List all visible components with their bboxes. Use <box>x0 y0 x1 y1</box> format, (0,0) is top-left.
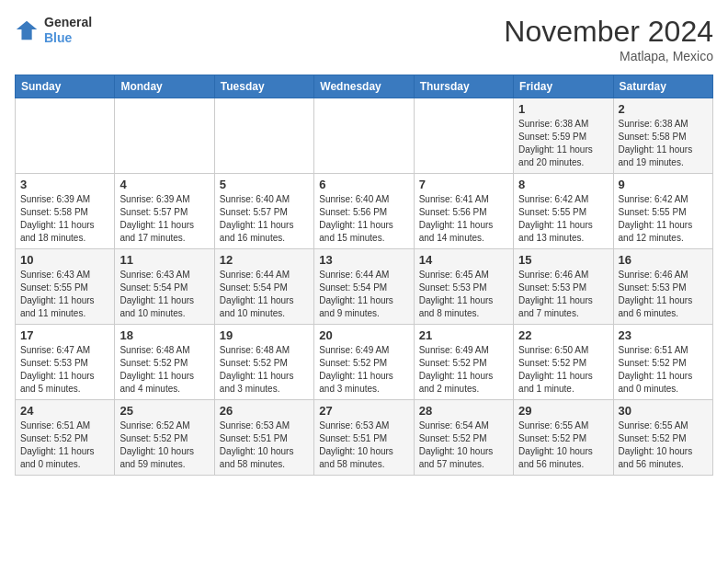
day-cell: 30Sunrise: 6:55 AM Sunset: 5:52 PM Dayli… <box>613 400 712 476</box>
day-number: 4 <box>119 178 209 191</box>
day-number: 6 <box>319 178 408 191</box>
day-info: Sunrise: 6:51 AM Sunset: 5:52 PM Dayligh… <box>619 344 708 396</box>
day-number: 16 <box>619 253 708 267</box>
day-number: 21 <box>419 328 508 342</box>
day-info: Sunrise: 6:53 AM Sunset: 5:51 PM Dayligh… <box>220 419 309 471</box>
day-cell: 19Sunrise: 6:48 AM Sunset: 5:52 PM Dayli… <box>214 325 313 400</box>
day-cell: 26Sunrise: 6:53 AM Sunset: 5:51 PM Dayli… <box>214 400 313 476</box>
day-cell <box>214 98 313 174</box>
day-number: 7 <box>419 178 508 191</box>
day-info: Sunrise: 6:48 AM Sunset: 5:52 PM Dayligh… <box>220 344 309 396</box>
day-cell: 12Sunrise: 6:44 AM Sunset: 5:54 PM Dayli… <box>214 249 313 325</box>
day-number: 19 <box>220 328 309 342</box>
header-day-thursday: Thursday <box>414 75 513 98</box>
logo-text: General Blue <box>44 15 92 46</box>
header-day-wednesday: Wednesday <box>314 75 414 98</box>
svg-marker-0 <box>17 21 37 40</box>
day-info: Sunrise: 6:42 AM Sunset: 5:55 PM Dayligh… <box>619 193 708 245</box>
day-info: Sunrise: 6:39 AM Sunset: 5:58 PM Dayligh… <box>20 193 109 245</box>
day-info: Sunrise: 6:53 AM Sunset: 5:51 PM Dayligh… <box>319 419 408 471</box>
header-day-saturday: Saturday <box>613 75 712 98</box>
week-row-3: 10Sunrise: 6:43 AM Sunset: 5:55 PM Dayli… <box>16 249 713 325</box>
day-info: Sunrise: 6:49 AM Sunset: 5:52 PM Dayligh… <box>419 344 508 396</box>
month-title: November 2024 <box>504 15 713 49</box>
day-info: Sunrise: 6:52 AM Sunset: 5:52 PM Dayligh… <box>119 419 209 471</box>
header-day-monday: Monday <box>115 75 214 98</box>
day-cell: 22Sunrise: 6:50 AM Sunset: 5:52 PM Dayli… <box>514 325 613 400</box>
day-number: 14 <box>419 253 508 267</box>
day-info: Sunrise: 6:44 AM Sunset: 5:54 PM Dayligh… <box>319 269 408 320</box>
day-number: 23 <box>619 328 708 342</box>
day-info: Sunrise: 6:43 AM Sunset: 5:54 PM Dayligh… <box>119 269 209 320</box>
day-info: Sunrise: 6:38 AM Sunset: 5:58 PM Dayligh… <box>619 118 708 169</box>
location: Matlapa, Mexico <box>504 49 713 63</box>
day-number: 20 <box>319 328 408 342</box>
logo: General Blue <box>15 15 92 46</box>
day-number: 1 <box>518 102 608 116</box>
logo-icon <box>15 17 40 43</box>
day-number: 24 <box>20 404 109 418</box>
day-number: 18 <box>119 328 209 342</box>
day-info: Sunrise: 6:42 AM Sunset: 5:55 PM Dayligh… <box>518 193 608 245</box>
day-info: Sunrise: 6:44 AM Sunset: 5:54 PM Dayligh… <box>220 269 309 320</box>
week-row-4: 17Sunrise: 6:47 AM Sunset: 5:53 PM Dayli… <box>16 325 713 400</box>
day-info: Sunrise: 6:40 AM Sunset: 5:57 PM Dayligh… <box>220 193 309 245</box>
day-cell: 18Sunrise: 6:48 AM Sunset: 5:52 PM Dayli… <box>115 325 214 400</box>
day-info: Sunrise: 6:51 AM Sunset: 5:52 PM Dayligh… <box>20 419 109 471</box>
day-number: 12 <box>220 253 309 267</box>
calendar-header: SundayMondayTuesdayWednesdayThursdayFrid… <box>16 75 713 98</box>
day-number: 30 <box>619 404 708 418</box>
day-cell <box>16 98 115 174</box>
day-cell: 14Sunrise: 6:45 AM Sunset: 5:53 PM Dayli… <box>414 249 513 325</box>
title-block: November 2024 Matlapa, Mexico <box>504 15 713 63</box>
day-cell: 3Sunrise: 6:39 AM Sunset: 5:58 PM Daylig… <box>16 174 115 249</box>
day-info: Sunrise: 6:43 AM Sunset: 5:55 PM Dayligh… <box>20 269 109 320</box>
day-cell: 25Sunrise: 6:52 AM Sunset: 5:52 PM Dayli… <box>115 400 214 476</box>
day-cell: 17Sunrise: 6:47 AM Sunset: 5:53 PM Dayli… <box>16 325 115 400</box>
header-row: SundayMondayTuesdayWednesdayThursdayFrid… <box>16 75 713 98</box>
day-cell: 15Sunrise: 6:46 AM Sunset: 5:53 PM Dayli… <box>514 249 613 325</box>
day-number: 26 <box>220 404 309 418</box>
day-cell: 20Sunrise: 6:49 AM Sunset: 5:52 PM Dayli… <box>314 325 414 400</box>
day-info: Sunrise: 6:48 AM Sunset: 5:52 PM Dayligh… <box>119 344 209 396</box>
day-number: 25 <box>119 404 209 418</box>
day-cell: 6Sunrise: 6:40 AM Sunset: 5:56 PM Daylig… <box>314 174 414 249</box>
header-day-sunday: Sunday <box>16 75 115 98</box>
day-cell: 16Sunrise: 6:46 AM Sunset: 5:53 PM Dayli… <box>613 249 712 325</box>
day-cell: 21Sunrise: 6:49 AM Sunset: 5:52 PM Dayli… <box>414 325 513 400</box>
day-number: 29 <box>518 404 608 418</box>
day-cell: 5Sunrise: 6:40 AM Sunset: 5:57 PM Daylig… <box>214 174 313 249</box>
day-info: Sunrise: 6:50 AM Sunset: 5:52 PM Dayligh… <box>518 344 608 396</box>
day-cell: 27Sunrise: 6:53 AM Sunset: 5:51 PM Dayli… <box>314 400 414 476</box>
day-number: 3 <box>20 178 109 191</box>
day-number: 10 <box>20 253 109 267</box>
day-cell: 8Sunrise: 6:42 AM Sunset: 5:55 PM Daylig… <box>514 174 613 249</box>
week-row-1: 1Sunrise: 6:38 AM Sunset: 5:59 PM Daylig… <box>16 98 713 174</box>
day-info: Sunrise: 6:54 AM Sunset: 5:52 PM Dayligh… <box>419 419 508 471</box>
day-cell: 7Sunrise: 6:41 AM Sunset: 5:56 PM Daylig… <box>414 174 513 249</box>
header-day-friday: Friday <box>514 75 613 98</box>
day-info: Sunrise: 6:55 AM Sunset: 5:52 PM Dayligh… <box>619 419 708 471</box>
day-number: 28 <box>419 404 508 418</box>
day-number: 22 <box>518 328 608 342</box>
day-info: Sunrise: 6:41 AM Sunset: 5:56 PM Dayligh… <box>419 193 508 245</box>
day-number: 11 <box>119 253 209 267</box>
page-header: General Blue November 2024 Matlapa, Mexi… <box>15 15 713 63</box>
day-cell <box>115 98 214 174</box>
day-cell: 10Sunrise: 6:43 AM Sunset: 5:55 PM Dayli… <box>16 249 115 325</box>
day-cell: 28Sunrise: 6:54 AM Sunset: 5:52 PM Dayli… <box>414 400 513 476</box>
day-cell: 11Sunrise: 6:43 AM Sunset: 5:54 PM Dayli… <box>115 249 214 325</box>
calendar-table: SundayMondayTuesdayWednesdayThursdayFrid… <box>15 75 713 476</box>
day-number: 27 <box>319 404 408 418</box>
day-info: Sunrise: 6:46 AM Sunset: 5:53 PM Dayligh… <box>619 269 708 320</box>
day-info: Sunrise: 6:46 AM Sunset: 5:53 PM Dayligh… <box>518 269 608 320</box>
day-cell: 1Sunrise: 6:38 AM Sunset: 5:59 PM Daylig… <box>514 98 613 174</box>
day-number: 15 <box>518 253 608 267</box>
header-day-tuesday: Tuesday <box>214 75 313 98</box>
day-number: 17 <box>20 328 109 342</box>
day-info: Sunrise: 6:40 AM Sunset: 5:56 PM Dayligh… <box>319 193 408 245</box>
day-number: 2 <box>619 102 708 116</box>
day-number: 9 <box>619 178 708 191</box>
day-cell: 4Sunrise: 6:39 AM Sunset: 5:57 PM Daylig… <box>115 174 214 249</box>
week-row-5: 24Sunrise: 6:51 AM Sunset: 5:52 PM Dayli… <box>16 400 713 476</box>
